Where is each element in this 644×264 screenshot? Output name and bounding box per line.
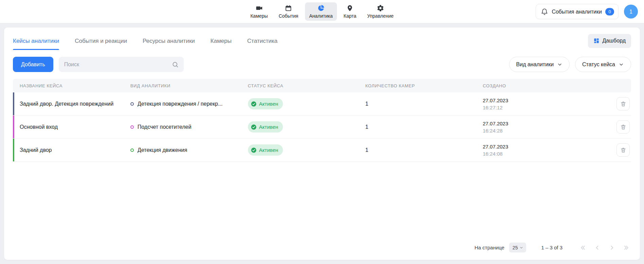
cases-table: НАЗВАНИЕ КЕЙСА ВИД АНАЛИТИКИ СТАТУС КЕЙС… — [13, 79, 631, 162]
bell-icon — [541, 8, 548, 15]
chevron-down-icon — [519, 246, 523, 250]
camera-icon — [255, 4, 263, 12]
search-icon[interactable] — [172, 61, 179, 68]
case-status-filter[interactable]: Статус кейса — [575, 57, 631, 72]
pagination: На странице 25 1 – 3 of 3 — [13, 236, 631, 260]
per-page-select[interactable]: 25 — [509, 243, 526, 252]
chevron-down-icon — [557, 62, 562, 67]
actions-cell — [600, 143, 631, 157]
nav-item-management[interactable]: Управление — [363, 2, 398, 21]
table-row[interactable]: Задний двор Детекция движения Активен 1 … — [13, 139, 631, 162]
dashboard-button-label: Дашборд — [603, 38, 626, 44]
table-row[interactable]: Основной вход Подсчет посетителей Активе… — [13, 116, 631, 139]
created-cell: 27.07.2023 16:24:08 — [483, 144, 600, 157]
camera-count: 1 — [365, 147, 483, 153]
events-button-label: События аналитики — [552, 8, 602, 15]
analytics-type-filter-label: Вид аналитики — [516, 61, 554, 68]
calendar-icon — [285, 4, 292, 12]
column-header-name: НАЗВАНИЕ КЕЙСА — [13, 83, 130, 88]
tab-cameras[interactable]: Камеры — [211, 32, 232, 50]
next-page-button[interactable] — [607, 243, 616, 252]
tab-analytics-cases[interactable]: Кейсы аналитики — [13, 32, 59, 50]
analytics-page-card: Кейсы аналитики События и реакции Ресурс… — [4, 28, 640, 260]
add-button[interactable]: Добавить — [13, 57, 53, 72]
topbar-right: События аналитики 0 1 — [536, 4, 638, 19]
dashboard-grid-icon — [593, 38, 600, 44]
map-pin-icon — [346, 4, 354, 12]
status-badge: Активен — [248, 144, 283, 156]
page-range-label: 1 – 3 of 3 — [541, 245, 562, 250]
delete-button[interactable] — [616, 120, 630, 134]
status-cell: Активен — [248, 121, 365, 133]
events-count-badge: 0 — [605, 8, 614, 15]
nav-item-analytics[interactable]: Аналитика — [305, 2, 337, 21]
created-cell: 27.07.2023 16:24:28 — [483, 121, 600, 134]
camera-count: 1 — [365, 101, 483, 107]
case-name: Задний двор — [13, 147, 130, 153]
nav-label-events: События — [279, 13, 298, 19]
row-accent-bar — [13, 147, 14, 153]
chevron-down-icon — [619, 62, 624, 67]
tab-statistics[interactable]: Статистика — [247, 32, 278, 50]
check-circle-icon — [251, 147, 257, 153]
delete-button[interactable] — [616, 143, 630, 157]
dashboard-button[interactable]: Дашборд — [588, 34, 631, 48]
analytics-type-label: Подсчет посетителей — [138, 124, 192, 130]
created-time: 16:24:28 — [483, 128, 600, 134]
analytics-type-filter[interactable]: Вид аналитики — [509, 57, 570, 72]
analytics-type-cell: Детекция повреждения / перекр... — [130, 101, 248, 107]
nav-label-management: Управление — [367, 13, 394, 19]
row-accent-bar — [13, 101, 14, 107]
search-input-wrapper — [59, 57, 184, 72]
filters: Вид аналитики Статус кейса — [509, 57, 631, 72]
created-date: 27.07.2023 — [483, 144, 600, 149]
delete-button[interactable] — [616, 97, 630, 110]
tabs: Кейсы аналитики События и реакции Ресурс… — [13, 32, 278, 50]
per-page-label: На странице — [475, 245, 504, 250]
pager-buttons — [579, 243, 630, 252]
nav-label-cameras: Камеры — [250, 13, 268, 19]
analytics-events-button[interactable]: События аналитики 0 — [536, 4, 619, 19]
per-page-value: 25 — [513, 245, 518, 250]
first-page-button[interactable] — [579, 243, 588, 252]
actions-cell — [600, 120, 631, 134]
created-cell: 27.07.2023 16:27:12 — [483, 98, 600, 110]
status-cell: Активен — [248, 144, 365, 156]
tab-events-reactions[interactable]: События и реакции — [75, 32, 127, 50]
actions-cell — [600, 97, 631, 110]
check-circle-icon — [251, 101, 257, 107]
status-cell: Активен — [248, 98, 365, 109]
user-avatar[interactable]: 1 — [624, 5, 638, 19]
created-time: 16:27:12 — [483, 105, 600, 110]
analytics-type-icon — [130, 148, 134, 152]
created-time: 16:24:08 — [483, 151, 600, 157]
analytics-type-icon — [130, 125, 134, 129]
top-navigation: Камеры События Аналитика Карта Управлени — [246, 2, 398, 21]
analytics-type-cell: Детекция движения — [130, 147, 248, 153]
last-page-button[interactable] — [622, 243, 630, 252]
case-name: Основной вход — [13, 124, 130, 130]
column-header-created: СОЗДАНО — [483, 83, 600, 88]
case-name: Задний двор. Детекция повреждений — [13, 101, 130, 107]
search-input[interactable] — [59, 57, 184, 72]
gear-icon — [377, 4, 384, 12]
nav-item-cameras[interactable]: Камеры — [246, 2, 272, 21]
table-row[interactable]: Задний двор. Детекция повреждений Детекц… — [13, 92, 631, 116]
check-circle-icon — [251, 124, 257, 130]
topbar: Камеры События Аналитика Карта Управлени — [0, 0, 644, 23]
nav-item-events[interactable]: События — [274, 2, 302, 21]
nav-label-analytics: Аналитика — [309, 13, 333, 19]
analytics-type-label: Детекция повреждения / перекр... — [138, 101, 222, 107]
created-date: 27.07.2023 — [483, 121, 600, 126]
column-header-cameras: КОЛИЧЕСТВО КАМЕР — [365, 83, 483, 88]
analytics-type-label: Детекция движения — [138, 147, 187, 153]
tab-analytics-resources[interactable]: Ресурсы аналитики — [143, 32, 195, 50]
toolbar: Добавить Вид аналитики Статус кейса — [13, 57, 631, 72]
nav-item-map[interactable]: Карта — [340, 2, 360, 21]
status-badge: Активен — [248, 98, 283, 109]
analytics-type-cell: Подсчет посетителей — [130, 124, 248, 130]
previous-page-button[interactable] — [593, 243, 602, 252]
row-accent-bar — [13, 124, 14, 130]
table-header: НАЗВАНИЕ КЕЙСА ВИД АНАЛИТИКИ СТАТУС КЕЙС… — [13, 79, 631, 92]
column-header-status: СТАТУС КЕЙСА — [248, 83, 365, 88]
